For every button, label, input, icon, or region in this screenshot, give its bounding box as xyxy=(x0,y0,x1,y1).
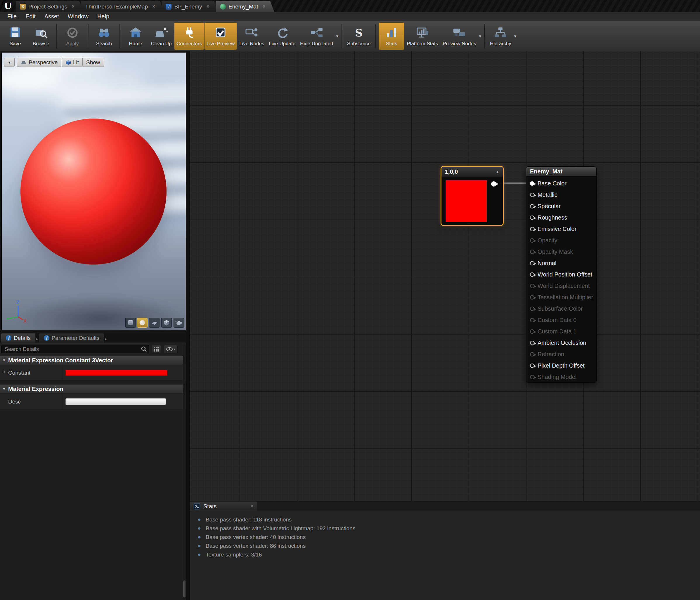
pin-world-position-offset[interactable]: World Position Offset xyxy=(526,269,596,280)
desc-input[interactable] xyxy=(66,398,166,405)
live-nodes-button[interactable]: Live Nodes xyxy=(237,23,267,50)
expander-icon[interactable]: ▷ xyxy=(3,370,5,374)
pin-icon[interactable] xyxy=(530,193,534,197)
live-update-button[interactable]: Live Update xyxy=(267,23,298,50)
pin-icon xyxy=(530,284,534,288)
close-icon[interactable]: × xyxy=(72,3,75,10)
tab-stats[interactable]: Stats × xyxy=(190,502,257,511)
search-details-input[interactable] xyxy=(1,345,149,353)
tab-label: Enemy_Mat xyxy=(228,3,258,10)
pin-base-color[interactable]: Base Color xyxy=(526,178,596,189)
pin-icon[interactable] xyxy=(530,272,534,277)
clean-up-button[interactable]: Clean Up xyxy=(148,23,174,50)
pin-pixel-depth-offset[interactable]: Pixel Depth Offset xyxy=(526,360,596,371)
perspective-button[interactable]: Perspective xyxy=(17,58,61,67)
desc-label: Desc xyxy=(0,398,62,405)
panel-divider[interactable] xyxy=(186,51,190,600)
hide-unrelated-dropdown-icon[interactable]: ▾ xyxy=(336,33,339,39)
home-button[interactable]: Home xyxy=(123,23,148,50)
material-graph-canvas[interactable]: 1,0,0 ▲ Enemy_Mat Base Color Metallic Sp… xyxy=(190,51,700,501)
preview-nodes-button[interactable]: Preview Nodes xyxy=(440,23,478,50)
pin-icon[interactable] xyxy=(530,341,534,345)
save-button[interactable]: Save xyxy=(2,23,28,50)
pin-icon[interactable] xyxy=(530,204,534,208)
collapse-triangle-icon: ▼ xyxy=(2,387,6,391)
menu-file[interactable]: File xyxy=(3,13,21,20)
live-preview-button[interactable]: Live Preview xyxy=(204,23,237,50)
section-header-constant3vector[interactable]: ▼ Material Expression Constant 3Vector xyxy=(0,356,186,365)
scrollbar-thumb[interactable] xyxy=(183,580,185,597)
desc-property-row: Desc xyxy=(0,394,186,410)
pin-ambient-occlusion[interactable]: Ambient Occlusion xyxy=(526,337,596,348)
constant-node-color-preview[interactable] xyxy=(446,180,487,222)
constant-property-row: ▷ Constant xyxy=(0,365,186,381)
constant-output-pin[interactable] xyxy=(491,181,496,187)
platform-stats-button[interactable]: Platform Stats xyxy=(404,23,440,50)
pin-icon[interactable] xyxy=(530,364,534,368)
constant-color-swatch[interactable] xyxy=(66,370,168,376)
close-icon[interactable]: × xyxy=(250,503,253,509)
pin-specular[interactable]: Specular xyxy=(526,201,596,212)
pin-emissive-color[interactable]: Emissive Color xyxy=(526,224,596,235)
menu-asset[interactable]: Asset xyxy=(40,13,64,20)
pin-normal[interactable]: Normal xyxy=(526,258,596,269)
preview-shape-sphere-button[interactable] xyxy=(137,318,148,328)
blueprint-icon: f xyxy=(166,4,172,10)
hierarchy-button[interactable]: Hierarchy xyxy=(488,23,514,50)
tab-parameter-defaults[interactable]: i Parameter Defaults xyxy=(39,334,104,342)
hierarchy-dropdown-icon[interactable]: ▾ xyxy=(514,33,517,39)
bullet-icon xyxy=(198,527,200,530)
preview-shape-teapot-button[interactable] xyxy=(174,318,184,328)
hierarchy-tree-icon xyxy=(493,26,508,40)
pin-icon xyxy=(530,375,534,379)
unreal-engine-logo: U xyxy=(0,0,16,12)
eye-icon xyxy=(166,347,173,351)
close-icon[interactable]: × xyxy=(262,3,266,10)
tab-expand-icon[interactable]: ▸ xyxy=(36,337,38,341)
preview-shape-cube-button[interactable] xyxy=(161,318,172,328)
material-result-node[interactable]: Enemy_Mat Base Color Metallic Specular R… xyxy=(526,166,597,383)
browse-button[interactable]: Browse xyxy=(28,23,54,50)
menu-edit[interactable]: Edit xyxy=(21,13,40,20)
close-icon[interactable]: × xyxy=(152,3,155,10)
collapse-node-icon[interactable]: ▲ xyxy=(496,169,499,174)
tab-enemy-mat[interactable]: Enemy_Mat × xyxy=(216,1,274,12)
viewport-options-dropdown[interactable]: ▼ xyxy=(4,58,15,67)
material-node-header[interactable]: Enemy_Mat xyxy=(526,167,596,176)
constant-node-header[interactable]: 1,0,0 ▲ xyxy=(442,167,503,177)
hide-unrelated-button[interactable]: Hide Unrelated xyxy=(298,23,335,50)
preview-shape-cylinder-button[interactable] xyxy=(125,318,136,328)
section-header-material-expression[interactable]: ▼ Material Expression xyxy=(0,384,186,394)
tab-bp-enemy[interactable]: f BP_Enemy × xyxy=(161,1,218,12)
search-button[interactable]: Search xyxy=(91,23,117,50)
tab-expand-icon[interactable]: ▸ xyxy=(105,337,107,341)
teapot-icon xyxy=(175,319,182,326)
pin-icon[interactable] xyxy=(530,181,534,186)
property-matrix-button[interactable] xyxy=(152,345,161,353)
pin-metallic[interactable]: Metallic xyxy=(526,189,596,201)
constant-3vector-node[interactable]: 1,0,0 ▲ xyxy=(441,166,504,226)
connectors-button[interactable]: Connectors xyxy=(174,23,204,50)
info-icon: i xyxy=(44,335,49,341)
preview-nodes-dropdown-icon[interactable]: ▾ xyxy=(479,33,481,39)
details-scrollbar[interactable] xyxy=(183,344,186,599)
menu-window[interactable]: Window xyxy=(64,13,93,20)
live-preview-checkbox-icon xyxy=(213,26,228,40)
lit-mode-button[interactable]: Lit xyxy=(62,58,83,67)
material-editor-window: U ⚒ Project Settings × ThirdPersonExampl… xyxy=(0,0,700,600)
pin-icon[interactable] xyxy=(530,261,534,265)
close-icon[interactable]: × xyxy=(206,3,210,10)
view-options-button[interactable]: ▾ xyxy=(164,345,178,353)
tab-thirdpersonexamplemap[interactable]: ThirdPersonExampleMap × xyxy=(81,1,164,12)
substance-button[interactable]: S Substance xyxy=(345,23,373,50)
tab-project-settings[interactable]: ⚒ Project Settings × xyxy=(16,1,83,12)
material-preview-viewport[interactable]: ▼ Perspective Lit Show xyxy=(1,52,186,330)
menu-help[interactable]: Help xyxy=(93,13,114,20)
preview-shape-plane-button[interactable] xyxy=(149,318,159,328)
show-menu-button[interactable]: Show xyxy=(82,58,104,67)
pin-icon[interactable] xyxy=(530,215,534,220)
stats-button[interactable]: Stats xyxy=(379,23,404,50)
pin-icon[interactable] xyxy=(530,227,534,231)
tab-details[interactable]: i Details xyxy=(1,334,35,342)
pin-roughness[interactable]: Roughness xyxy=(526,212,596,224)
